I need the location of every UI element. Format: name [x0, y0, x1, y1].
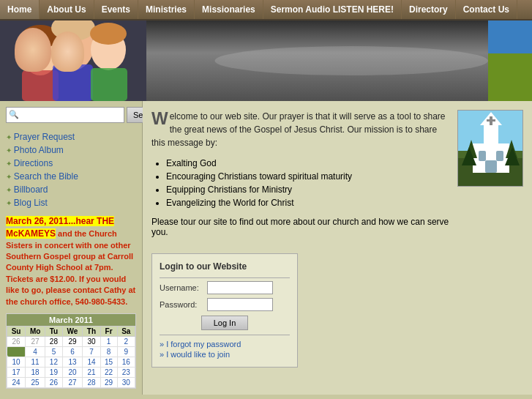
password-label: Password: [160, 300, 203, 309]
cal-cell[interactable]: 10 [7, 357, 26, 367]
cal-cell[interactable]: 8 [100, 346, 117, 357]
calendar-table: Su Mo Tu We Th Fr Sa 2627282930124567891… [7, 326, 135, 388]
cal-day-fr: Fr [100, 326, 117, 336]
nav-sermon[interactable]: Sermon Audio LISTEN HERE! [263, 0, 402, 19]
cal-cell[interactable]: 26 [45, 377, 62, 387]
search-box: 🔍 Search [6, 107, 136, 123]
cal-cell[interactable]: 20 [62, 367, 83, 377]
announcement-block: March 26, 2011...hear THE McKAMEYS and t… [6, 215, 136, 307]
navigation: Home About Us Events Ministries Missiona… [0, 0, 532, 20]
header-gray-area [146, 20, 488, 101]
main-layout: 🔍 Search Prayer Request Photo Album Dire… [0, 101, 532, 395]
mini-calendar: March 2011 Su Mo Tu We Th Fr Sa 26272829… [6, 313, 136, 389]
church-thumbnail [457, 110, 523, 187]
cal-cell[interactable]: 6 [62, 346, 83, 357]
cal-cell[interactable]: 30 [117, 377, 135, 387]
sidebar-item-blog[interactable]: Blog List [6, 196, 136, 209]
cal-cell[interactable]: 1 [100, 336, 117, 346]
cal-cell[interactable]: 11 [26, 357, 45, 367]
cal-cell[interactable]: 9 [117, 346, 135, 357]
svg-rect-13 [488, 53, 532, 101]
cal-cell[interactable]: 28 [45, 336, 62, 346]
cal-day-th: Th [83, 326, 100, 336]
svg-point-6 [90, 23, 127, 45]
main-content: Welcome to our web site. Our prayer is t… [143, 101, 532, 395]
cal-cell[interactable]: 15 [100, 357, 117, 367]
cal-cell[interactable]: 24 [7, 377, 26, 387]
nav-about[interactable]: About Us [40, 0, 94, 19]
cal-cell[interactable]: 27 [62, 377, 83, 387]
nav-home[interactable]: Home [0, 0, 40, 19]
cal-cell[interactable]: 14 [83, 357, 100, 367]
sidebar-item-directions[interactable]: Directions [6, 157, 136, 170]
cal-cell[interactable]: 17 [7, 367, 26, 377]
cal-cell[interactable]: 29 [62, 336, 83, 346]
sidebar-item-bible[interactable]: Search the Bible [6, 170, 136, 183]
cal-cell[interactable]: 19 [45, 367, 62, 377]
sidebar-menu: Prayer Request Photo Album Directions Se… [6, 130, 136, 209]
username-label: Username: [160, 283, 203, 292]
password-input[interactable] [207, 298, 273, 311]
forgot-password-link[interactable]: I forgot my password [160, 339, 290, 349]
search-input[interactable] [6, 107, 124, 123]
cal-cell[interactable]: 25 [26, 377, 45, 387]
cal-cell[interactable]: 26 [7, 336, 26, 346]
login-button[interactable]: Log In [201, 316, 249, 330]
welcome-paragraph: Welcome to our web site. Our prayer is t… [151, 110, 450, 246]
cal-cell[interactable]: 7 [83, 346, 100, 357]
cal-cell[interactable]: 13 [62, 357, 83, 367]
cal-cell[interactable]: 27 [26, 336, 45, 346]
nav-events[interactable]: Events [94, 0, 138, 19]
cal-cell[interactable]: 22 [100, 367, 117, 377]
sidebar-item-prayer[interactable]: Prayer Request [6, 130, 136, 143]
cal-cell[interactable]: 12 [45, 357, 62, 367]
cal-cell[interactable]: 23 [117, 367, 135, 377]
cal-cell[interactable] [7, 346, 26, 357]
announcement-rest: and the Church Sisters in concert with o… [6, 229, 135, 306]
search-icon: 🔍 [9, 110, 19, 119]
cal-cell[interactable]: 4 [26, 346, 45, 357]
login-box: Login to our Website Username: Password:… [151, 253, 298, 368]
svg-rect-8 [53, 64, 93, 101]
cal-cell[interactable]: 29 [100, 377, 117, 387]
login-links: I forgot my password I would like to joi… [160, 339, 290, 359]
username-input[interactable] [207, 281, 273, 294]
bullet-item-4: Evangelizing the World for Christ [166, 196, 450, 209]
bullet-list: Exalting God Encouraging Christians towa… [166, 157, 450, 209]
svg-rect-20 [479, 151, 486, 161]
header-photo [0, 20, 146, 101]
sidebar: 🔍 Search Prayer Request Photo Album Dire… [0, 101, 143, 395]
welcome-text: Welcome to our web site. Our prayer is t… [151, 110, 450, 149]
login-username-row: Username: [160, 281, 290, 294]
join-link[interactable]: I would like to join [160, 349, 290, 359]
cal-cell[interactable]: 28 [83, 377, 100, 387]
login-password-row: Password: [160, 298, 290, 311]
svg-rect-12 [488, 20, 532, 53]
nav-contact[interactable]: Contact Us [456, 0, 517, 19]
header-stripe [488, 20, 532, 101]
welcome-row: Welcome to our web site. Our prayer is t… [151, 110, 523, 246]
sidebar-item-billboard[interactable]: Billboard [6, 183, 136, 196]
cal-cell[interactable]: 16 [117, 357, 135, 367]
svg-rect-24 [487, 119, 495, 122]
cal-day-tu: Tu [45, 326, 62, 336]
bullet-item-1: Exalting God [166, 157, 450, 170]
cal-cell[interactable]: 21 [83, 367, 100, 377]
cal-cell[interactable]: 18 [26, 367, 45, 377]
cal-day-mo: Mo [26, 326, 45, 336]
cal-cell[interactable]: 5 [45, 346, 62, 357]
nav-directory[interactable]: Directory [402, 0, 456, 19]
cal-cell[interactable]: 30 [83, 336, 100, 346]
cal-cell[interactable]: 2 [117, 336, 135, 346]
header-banner [0, 20, 532, 101]
login-title: Login to our Website [160, 261, 290, 272]
calendar-title: March 2011 [7, 314, 135, 326]
svg-rect-22 [485, 160, 497, 173]
nav-ministries[interactable]: Ministries [138, 0, 195, 19]
cal-day-sa: Sa [117, 326, 135, 336]
sidebar-item-photo[interactable]: Photo Album [6, 143, 136, 157]
nav-missionaries[interactable]: Missionaries [195, 0, 263, 19]
bullet-item-3: Equipping Christians for Ministry [166, 183, 450, 196]
svg-point-11 [214, 46, 488, 75]
drop-cap: W [151, 110, 168, 127]
